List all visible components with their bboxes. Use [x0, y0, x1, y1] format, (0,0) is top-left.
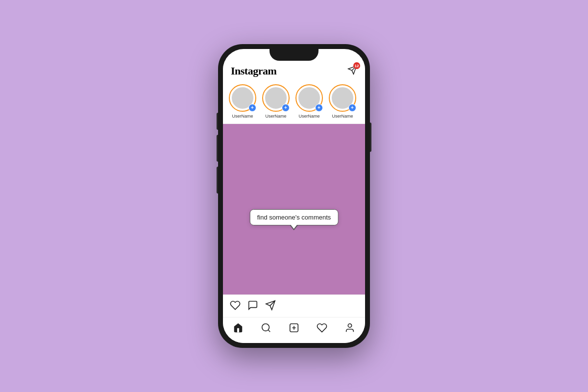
instagram-header: Instagram 12: [223, 61, 365, 80]
notification-badge: 12: [353, 62, 360, 69]
home-nav-button[interactable]: [233, 322, 244, 335]
stories-row: + UserName + UserName: [223, 80, 365, 124]
phone-notch: [270, 49, 318, 61]
add-icon: [289, 322, 299, 333]
story-plus-badge-4: +: [348, 104, 356, 112]
phone-screen: Instagram 12: [223, 49, 365, 343]
phone-outer-frame: Instagram 12: [218, 44, 370, 348]
tooltip-arrow: [290, 225, 298, 230]
story-avatar-3[interactable]: +: [295, 84, 323, 112]
post-actions: [223, 294, 365, 317]
like-button[interactable]: [230, 300, 241, 313]
story-item-4[interactable]: + UserName: [329, 84, 356, 119]
comment-button[interactable]: [247, 300, 258, 313]
heart-icon: [230, 300, 241, 311]
share-button[interactable]: [265, 300, 276, 313]
svg-line-5: [268, 330, 270, 332]
search-nav-button[interactable]: [261, 322, 271, 335]
comment-icon: [247, 300, 258, 311]
story-item-1[interactable]: + UserName: [229, 84, 256, 119]
story-avatar-2[interactable]: +: [262, 84, 290, 112]
svg-point-4: [262, 324, 270, 331]
search-icon: [261, 322, 271, 333]
story-plus-badge-3: +: [315, 104, 323, 112]
story-avatar-4[interactable]: +: [329, 84, 356, 112]
instagram-logo: Instagram: [231, 65, 276, 77]
story-item-2[interactable]: + UserName: [262, 84, 290, 119]
heart-nav-button[interactable]: [317, 322, 327, 335]
phone-mockup: Instagram 12: [218, 44, 370, 348]
home-icon: [233, 322, 244, 333]
heart-nav-icon: [317, 322, 327, 333]
send-message-button[interactable]: 12: [347, 65, 357, 77]
screen-content: Instagram 12: [223, 49, 365, 343]
story-username-2: UserName: [265, 114, 286, 119]
tooltip-container: find someone's comments: [250, 209, 339, 230]
story-avatar-1[interactable]: +: [229, 84, 256, 112]
story-username-4: UserName: [332, 114, 353, 119]
tooltip-bubble: find someone's comments: [250, 209, 339, 225]
story-item-3[interactable]: + UserName: [295, 84, 323, 119]
story-plus-badge-1: +: [248, 104, 256, 112]
share-icon: [265, 300, 276, 311]
profile-icon: [344, 322, 355, 333]
add-post-nav-button[interactable]: [289, 322, 299, 335]
header-icons: 12: [347, 65, 357, 77]
profile-nav-button[interactable]: [344, 322, 355, 335]
svg-point-9: [348, 324, 351, 327]
bottom-navigation: [223, 317, 365, 343]
story-plus-badge-2: +: [282, 104, 290, 112]
story-username-3: UserName: [298, 114, 319, 119]
story-username-1: UserName: [232, 114, 253, 119]
